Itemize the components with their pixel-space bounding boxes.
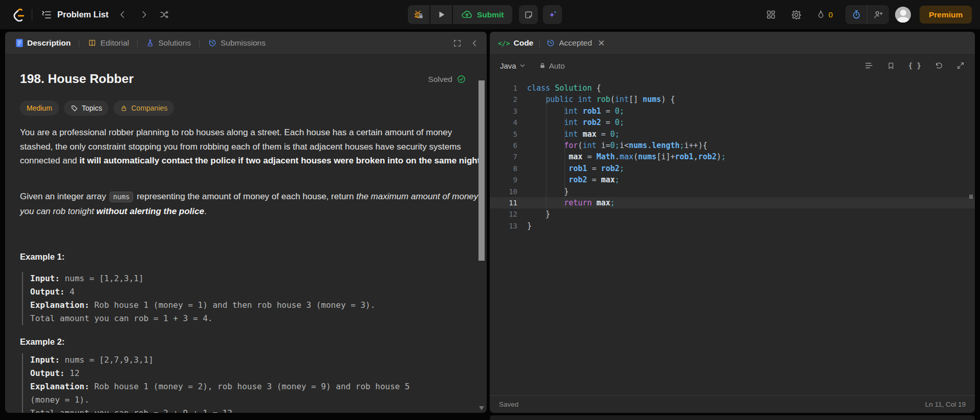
code-line-4: 4 int rob2 = 0; — [490, 117, 975, 128]
editor-toolbar: Java Auto { } — [490, 55, 975, 76]
expand-icon — [956, 61, 965, 70]
fullscreen-button[interactable] — [453, 39, 462, 48]
add-user-button[interactable] — [867, 9, 889, 20]
streak-count: 0 — [829, 10, 833, 19]
timer-button[interactable] — [845, 9, 867, 20]
streak-flame-icon — [816, 9, 826, 20]
ai-sparkle-icon — [547, 9, 558, 20]
expand-editor-button[interactable] — [956, 61, 965, 70]
lock-icon — [120, 104, 127, 112]
companies-badge[interactable]: Companies — [114, 100, 174, 116]
chevron-down-icon — [519, 62, 526, 69]
tab-accepted[interactable]: Accepted ✕ — [546, 38, 605, 48]
bookmark-button[interactable] — [887, 61, 895, 70]
submit-button[interactable]: Submit — [453, 5, 512, 24]
example-line: Total amount you can rob = 1 + 3 = 4. — [30, 312, 477, 325]
tab-code[interactable]: </> Code — [498, 38, 533, 48]
collapsed-console-bar[interactable] — [490, 415, 975, 420]
description-panel: Description Editorial Solutions Submissi… — [5, 32, 487, 413]
code-line-11: 11 return max; — [490, 197, 975, 208]
tab-editorial[interactable]: Editorial — [85, 38, 131, 48]
history-icon — [546, 38, 555, 48]
example-line: Explanation: Rob house 1 (money = 2), ro… — [30, 380, 477, 393]
problem-paragraph: Given an integer array nums representing… — [20, 190, 484, 218]
layout-grid-button[interactable] — [766, 0, 776, 29]
undo-icon — [934, 61, 943, 70]
ai-assistant-button[interactable] — [543, 5, 562, 24]
code-line-13: 13} — [490, 220, 975, 232]
tab-solutions[interactable]: Solutions — [144, 38, 193, 48]
submissions-icon — [208, 38, 217, 48]
scrollbar-marker[interactable] — [969, 195, 973, 199]
language-select[interactable]: Java — [500, 61, 526, 70]
leetcode-logo[interactable] — [12, 0, 26, 29]
topics-badge[interactable]: Topics — [64, 100, 109, 116]
badge-row: Medium Topics Companies — [20, 100, 174, 116]
code-panel-tabs: </> Code Accepted ✕ — [490, 32, 975, 55]
submit-label: Submit — [477, 10, 504, 19]
example-2-label: Example 2: — [20, 337, 64, 347]
saved-status: Saved — [499, 401, 518, 408]
example-line: Total amount you can rob = 2 + 9 + 1 = 1… — [30, 407, 477, 413]
snippets-button[interactable]: { } — [908, 61, 921, 70]
debug-button[interactable] — [408, 5, 429, 24]
divider — [137, 39, 138, 47]
tag-icon — [71, 104, 78, 112]
example-line: Output: 12 — [30, 367, 477, 380]
format-icon — [864, 61, 874, 70]
tab-submissions[interactable]: Submissions — [206, 38, 268, 48]
notes-button[interactable] — [519, 5, 538, 24]
divider — [199, 39, 200, 47]
autocomplete-toggle[interactable]: Auto — [539, 61, 565, 70]
scrollbar-down-arrow[interactable] — [479, 406, 484, 410]
prev-problem-button[interactable] — [115, 0, 130, 29]
solutions-icon — [146, 38, 155, 48]
streak-flame[interactable]: 0 — [816, 0, 833, 29]
indent-guide — [546, 94, 547, 220]
settings-gear-icon — [791, 9, 802, 20]
example-line: Input: nums = [1,2,3,1] — [30, 272, 477, 285]
collapse-panel-button[interactable] — [471, 39, 478, 47]
braces-icon: { } — [908, 61, 921, 70]
divider — [32, 9, 32, 20]
example-line: (money = 1). — [30, 393, 477, 407]
format-code-button[interactable] — [864, 61, 874, 70]
avatar[interactable] — [895, 7, 911, 23]
layout-grid-icon — [766, 9, 776, 20]
cursor-position[interactable]: Ln 11, Col 19 — [925, 401, 966, 408]
code-line-9: 9 rob2 = max; — [490, 174, 975, 185]
problem-list-icon[interactable] — [41, 0, 52, 29]
shuffle-icon[interactable] — [157, 0, 172, 29]
editorial-icon — [88, 38, 97, 48]
scrollbar-thumb[interactable] — [478, 80, 485, 261]
reset-code-button[interactable] — [934, 61, 943, 70]
code-line-8: 8 rob1 = rob2; — [490, 163, 975, 174]
example-2-block: Input: nums = [2,7,9,3,1]Output: 12Expla… — [22, 353, 477, 413]
difficulty-badge[interactable]: Medium — [20, 100, 59, 116]
close-icon[interactable]: ✕ — [598, 39, 605, 48]
premium-button[interactable]: Premium — [920, 6, 972, 24]
cloud-upload-icon — [461, 9, 473, 20]
run-button[interactable] — [430, 5, 452, 24]
tab-description[interactable]: Description — [13, 38, 73, 48]
solved-badge[interactable]: Solved — [428, 74, 466, 84]
code-line-12: 12 } — [490, 208, 975, 220]
notes-icon — [524, 10, 534, 20]
code-line-5: 5 int max = 0; — [490, 129, 975, 140]
code-line-2: 2 public int rob(int[] nums) { — [490, 94, 975, 105]
example-1-block: Input: nums = [1,2,3,1]Output: 4Explanat… — [22, 272, 477, 325]
indent-guide — [564, 106, 565, 208]
problem-title: 198. House Robber — [20, 72, 134, 86]
example-line: Explanation: Rob house 1 (money = 1) and… — [30, 299, 477, 312]
code-editor[interactable]: 1class Solution {2 public int rob(int[] … — [490, 77, 975, 395]
code-line-7: 7 max = Math.max(nums[i]+rob1,rob2); — [490, 151, 975, 162]
description-icon — [15, 38, 24, 48]
next-problem-button[interactable] — [136, 0, 151, 29]
timer-icon — [851, 9, 862, 20]
problem-list-label[interactable]: Problem List — [57, 0, 108, 29]
description-panel-tabs: Description Editorial Solutions Submissi… — [5, 32, 487, 55]
fullscreen-icon — [453, 39, 462, 48]
settings-gear-button[interactable] — [791, 0, 802, 29]
problem-content: 198. House Robber Solved Medium Topics C… — [5, 55, 487, 413]
top-navbar: Problem List Submit — [0, 0, 980, 29]
